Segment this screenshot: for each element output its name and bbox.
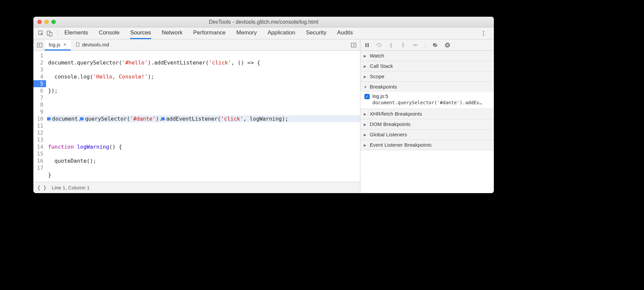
code-area[interactable]: document.querySelector('#hello').addEven… — [46, 51, 360, 182]
chevron-right-icon: ▶ — [364, 75, 368, 79]
file-tab-log-js[interactable]: log.js ✕ — [45, 40, 71, 50]
chevron-right-icon: ▶ — [364, 123, 368, 126]
chevron-right-icon: ▶ — [364, 54, 368, 58]
svg-point-11 — [390, 46, 392, 48]
tab-console[interactable]: Console — [99, 27, 119, 39]
line-gutter[interactable]: 1 2 3 4 5 6 7 8 9 10 11 12 13 14 15 16 1 — [33, 51, 46, 182]
chevron-down-icon: ▼ — [364, 85, 368, 89]
breakpoint-label: log.js:5 — [372, 93, 388, 99]
svg-point-15 — [445, 43, 450, 47]
separator — [425, 42, 425, 48]
tab-audits[interactable]: Audits — [337, 27, 353, 39]
section-call-stack[interactable]: ▶Call Stack — [360, 61, 494, 71]
titlebar: DevTools - devtools.glitch.me/console/lo… — [33, 17, 494, 27]
status-bar: { } Line 1, Column 1 — [33, 182, 360, 193]
line-number[interactable]: 16 — [36, 157, 43, 164]
cursor-position: Line 1, Column 1 — [52, 185, 89, 190]
inline-breakpoint-icon[interactable] — [162, 117, 166, 121]
file-tab-devtools-md[interactable]: devtools.md — [71, 40, 113, 50]
step-out-icon[interactable] — [400, 42, 406, 48]
close-window-button[interactable] — [37, 20, 42, 24]
close-icon[interactable]: ✕ — [63, 42, 67, 47]
inspect-element-icon[interactable] — [37, 29, 45, 38]
main-split: log.js ✕ devtools.md 1 2 3 — [33, 39, 494, 193]
line-number[interactable]: 10 — [36, 115, 43, 122]
panel-tabs: Elements Console Sources Network Perform… — [64, 27, 353, 39]
section-scope[interactable]: ▶Scope — [360, 71, 494, 82]
chevron-right-icon: ▶ — [364, 143, 368, 147]
file-icon — [75, 42, 80, 47]
inline-breakpoint-icon[interactable] — [48, 117, 52, 121]
toggle-debugger-icon[interactable] — [349, 41, 358, 49]
chevron-right-icon: ▶ — [364, 64, 368, 68]
inline-breakpoint-icon[interactable] — [81, 117, 85, 121]
svg-point-10 — [378, 46, 380, 47]
line-number[interactable]: 6 — [36, 87, 43, 94]
sources-left-pane: log.js ✕ devtools.md 1 2 3 — [33, 39, 360, 193]
line-number[interactable]: 17 — [36, 164, 43, 171]
svg-rect-2 — [49, 32, 52, 36]
tab-network[interactable]: Network — [162, 27, 183, 39]
deactivate-breakpoints-icon[interactable] — [432, 42, 439, 48]
line-number[interactable]: 12 — [36, 129, 43, 136]
line-number[interactable]: 8 — [36, 101, 43, 108]
section-global-listeners[interactable]: ▶Global Listeners — [360, 130, 494, 140]
kebab-menu-icon[interactable] — [479, 29, 488, 38]
svg-point-5 — [483, 34, 484, 35]
file-tab-bar: log.js ✕ devtools.md — [33, 39, 360, 51]
section-breakpoints[interactable]: ▼Breakpoints ✓ log.js:5 document.querySe… — [360, 82, 494, 109]
step-icon[interactable] — [412, 42, 418, 48]
zoom-window-button[interactable] — [51, 20, 56, 24]
breakpoints-list: ✓ log.js:5 document.querySelector('#dant… — [360, 92, 494, 109]
debugger-sidebar: ▶Watch ▶Call Stack ▶Scope ▼Breakpoints ✓… — [360, 39, 494, 193]
line-number[interactable]: 3 — [36, 66, 43, 73]
svg-point-3 — [483, 31, 484, 32]
line-number[interactable]: 14 — [36, 143, 43, 150]
line-number[interactable]: 15 — [36, 150, 43, 157]
tab-sources[interactable]: Sources — [130, 27, 151, 39]
breakpoint-item[interactable]: ✓ log.js:5 — [364, 93, 491, 99]
pause-icon[interactable] — [364, 42, 370, 48]
line-number[interactable]: 7 — [36, 94, 43, 101]
breakpoint-snippet: document.querySelector('#dante').addEv… — [372, 100, 491, 105]
step-over-icon[interactable] — [376, 42, 382, 48]
line-number[interactable]: 4 — [36, 73, 43, 80]
separator — [57, 30, 58, 37]
tab-application[interactable]: Application — [268, 27, 295, 39]
minimize-window-button[interactable] — [44, 20, 49, 24]
traffic-lights — [37, 20, 56, 24]
line-number[interactable]: 2 — [36, 59, 43, 66]
pause-on-exceptions-icon[interactable] — [444, 42, 451, 48]
line-number[interactable]: 1 — [36, 52, 43, 59]
devtools-window: DevTools - devtools.glitch.me/console/lo… — [33, 17, 494, 193]
file-tab-label: log.js — [49, 42, 60, 47]
file-tab-label: devtools.md — [82, 42, 109, 47]
tab-performance[interactable]: Performance — [193, 27, 226, 39]
svg-point-13 — [417, 44, 418, 45]
panel-tab-bar: Elements Console Sources Network Perform… — [33, 27, 494, 39]
tab-security[interactable]: Security — [306, 27, 326, 39]
step-into-icon[interactable] — [388, 42, 394, 48]
line-number[interactable]: 9 — [36, 108, 43, 115]
tab-elements[interactable]: Elements — [64, 27, 88, 39]
section-watch[interactable]: ▶Watch — [360, 51, 494, 61]
checkbox-checked-icon[interactable]: ✓ — [364, 94, 370, 99]
debugger-toolbar — [360, 39, 494, 51]
pretty-print-icon[interactable]: { } — [37, 185, 46, 191]
section-event-listener-breakpoints[interactable]: ▶Event Listener Breakpoints — [360, 140, 494, 150]
svg-point-12 — [402, 42, 404, 44]
line-number-breakpoint[interactable]: 5 — [33, 80, 46, 87]
toggle-navigator-icon[interactable] — [35, 41, 44, 49]
section-dom-breakpoints[interactable]: ▶DOM Breakpoints — [360, 119, 494, 130]
line-number[interactable]: 13 — [36, 136, 43, 143]
svg-rect-16 — [446, 44, 447, 46]
line-number[interactable]: 11 — [36, 122, 43, 129]
section-xhr-breakpoints[interactable]: ▶XHR/fetch Breakpoints — [360, 109, 494, 119]
device-toolbar-icon[interactable] — [45, 29, 54, 38]
code-editor[interactable]: 1 2 3 4 5 6 7 8 9 10 11 12 13 14 15 16 1 — [33, 51, 360, 182]
svg-rect-9 — [368, 43, 369, 47]
window-title: DevTools - devtools.glitch.me/console/lo… — [209, 19, 318, 25]
tab-memory[interactable]: Memory — [236, 27, 257, 39]
svg-rect-17 — [448, 44, 448, 46]
chevron-right-icon: ▶ — [364, 133, 368, 137]
